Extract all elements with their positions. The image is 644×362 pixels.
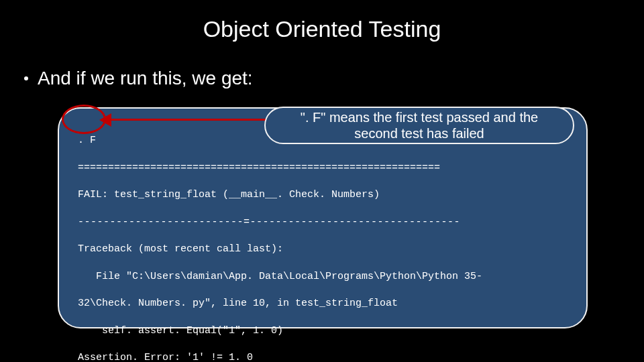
code-line: Assertion. Error: '1' != 1. 0: [78, 351, 568, 362]
code-line: --------------------------=-------------…: [78, 216, 568, 229]
arrow-line-icon: [105, 119, 266, 121]
callout-line2: second test has failed: [266, 125, 573, 141]
callout-box: ". F" means the first test passed and th…: [264, 107, 574, 144]
bullet-dot-icon: [24, 76, 28, 80]
code-line: Traceback (most recent call last):: [78, 243, 568, 256]
arrow-head-icon: [99, 113, 111, 127]
bullet-text: And if we run this, we get:: [38, 68, 253, 88]
code-line: File "C:\Users\damian\App. Data\Local\Pr…: [78, 270, 568, 284]
code-line: ========================================…: [78, 162, 568, 175]
code-line: 32\Check. Numbers. py", line 10, in test…: [78, 297, 568, 310]
slide-title: Object Oriented Testing: [0, 0, 644, 42]
callout-line1: ". F" means the first test passed and th…: [266, 109, 573, 125]
code-line: FAIL: test_string_float (__main__. Check…: [78, 188, 568, 202]
bullet-intro: And if we run this, we get:: [0, 42, 644, 89]
code-line: self. assert. Equal("1", 1. 0): [78, 324, 568, 338]
